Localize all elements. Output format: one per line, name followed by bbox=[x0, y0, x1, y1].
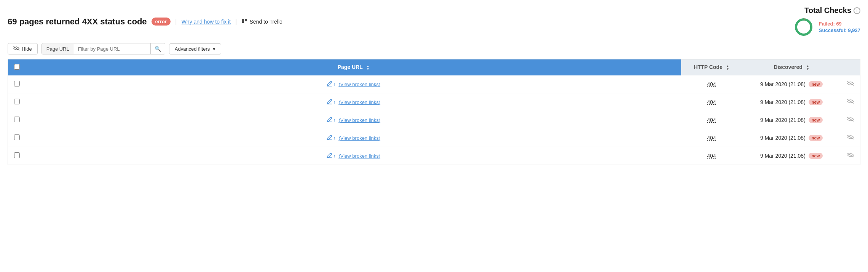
url-filter-input[interactable] bbox=[74, 44, 150, 54]
edit-icon-1[interactable] bbox=[327, 99, 332, 106]
row-actions-cell-1 bbox=[841, 93, 860, 111]
new-badge-3: new bbox=[809, 135, 823, 141]
row-checkbox-3[interactable] bbox=[14, 134, 20, 140]
header-actions bbox=[841, 59, 860, 76]
page-url-label: Page URL bbox=[338, 64, 363, 70]
table-row: ↑ (View broken links) 404 9 Mar 2020 (21… bbox=[8, 75, 860, 93]
discovered-value-0: 9 Mar 2020 (21:08) bbox=[760, 81, 806, 87]
row-checkbox-cell-1 bbox=[8, 93, 26, 111]
total-checks-header: Total Checks i bbox=[804, 6, 860, 15]
row-discovered-cell-0: 9 Mar 2020 (21:08) new bbox=[742, 75, 841, 93]
table-header-row: Page URL HTTP Code Discovered bbox=[8, 59, 860, 76]
discovered-value-2: 9 Mar 2020 (21:08) bbox=[760, 117, 806, 123]
new-badge-1: new bbox=[809, 99, 823, 105]
row-actions-cell-3 bbox=[841, 129, 860, 147]
view-broken-links-1[interactable]: (View broken links) bbox=[338, 99, 380, 105]
view-broken-links-0[interactable]: (View broken links) bbox=[338, 82, 380, 87]
header-row: 69 pages returned 4XX status code error … bbox=[8, 6, 860, 37]
results-table: Page URL HTTP Code Discovered bbox=[8, 59, 860, 165]
discovered-value-3: 9 Mar 2020 (21:08) bbox=[760, 135, 806, 141]
divider-2: | bbox=[235, 18, 237, 26]
header-discovered[interactable]: Discovered bbox=[742, 59, 841, 76]
hide-row-button-1[interactable] bbox=[847, 99, 854, 105]
filter-label: Page URL bbox=[42, 44, 74, 54]
divider-1: | bbox=[175, 18, 177, 26]
svg-point-2 bbox=[796, 19, 811, 35]
discovered-sort-icon[interactable] bbox=[806, 65, 809, 71]
info-icon[interactable]: i bbox=[854, 7, 860, 14]
view-broken-links-4[interactable]: (View broken links) bbox=[338, 153, 380, 159]
donut-chart bbox=[794, 17, 814, 37]
http-code-sort-icon[interactable] bbox=[726, 65, 729, 71]
table-row: ↑ (View broken links) 404 9 Mar 2020 (21… bbox=[8, 129, 860, 147]
row-discovered-cell-3: 9 Mar 2020 (21:08) new bbox=[742, 129, 841, 147]
hide-row-button-2[interactable] bbox=[847, 117, 854, 123]
header-page-url[interactable]: Page URL bbox=[26, 59, 681, 76]
hide-button[interactable]: Hide bbox=[8, 43, 38, 54]
row-url-cell-0: ↑ (View broken links) bbox=[26, 75, 681, 93]
fix-link[interactable]: Why and how to fix it bbox=[182, 19, 231, 25]
page-url-sort-icon[interactable] bbox=[366, 65, 369, 71]
hide-row-button-4[interactable] bbox=[847, 152, 854, 159]
new-badge-2: new bbox=[809, 117, 823, 123]
row-icons-1: ↑ bbox=[327, 99, 336, 106]
advanced-filters-button[interactable]: Advanced filters ▾ bbox=[169, 43, 222, 54]
failed-label: Failed: bbox=[819, 21, 835, 27]
successful-label: Successful: bbox=[819, 27, 847, 33]
edit-icon-0[interactable] bbox=[327, 81, 332, 88]
search-button[interactable]: 🔍 bbox=[150, 43, 165, 54]
chevron-down-icon: ▾ bbox=[213, 46, 215, 52]
table-row: ↑ (View broken links) 404 9 Mar 2020 (21… bbox=[8, 111, 860, 129]
hide-label: Hide bbox=[22, 46, 32, 52]
page-title: 69 pages returned 4XX status code bbox=[8, 17, 147, 27]
eye-slash-icon bbox=[13, 46, 19, 52]
header-http-code[interactable]: HTTP Code bbox=[681, 59, 742, 76]
hide-row-button-0[interactable] bbox=[847, 81, 854, 87]
trello-icon bbox=[241, 19, 247, 25]
row-checkbox-0[interactable] bbox=[14, 81, 20, 86]
view-broken-links-2[interactable]: (View broken links) bbox=[338, 117, 380, 123]
http-code-value-0: 404 bbox=[707, 81, 716, 87]
total-checks-widget: Total Checks i Failed: 69 bbox=[784, 6, 860, 37]
search-icon: 🔍 bbox=[155, 46, 161, 52]
row-icons-0: ↑ bbox=[327, 81, 336, 88]
svg-rect-1 bbox=[245, 19, 247, 21]
new-badge-4: new bbox=[809, 153, 823, 159]
page-wrapper: 69 pages returned 4XX status code error … bbox=[0, 0, 868, 171]
row-checkbox-cell-3 bbox=[8, 129, 26, 147]
row-url-cell-1: ↑ (View broken links) bbox=[26, 93, 681, 111]
http-code-value-2: 404 bbox=[707, 117, 716, 123]
row-checkbox-cell-4 bbox=[8, 147, 26, 165]
edit-icon-3[interactable] bbox=[327, 135, 332, 141]
table-row: ↑ (View broken links) 404 9 Mar 2020 (21… bbox=[8, 93, 860, 111]
row-actions-cell-2 bbox=[841, 111, 860, 129]
table-row: ↑ (View broken links) 404 9 Mar 2020 (21… bbox=[8, 147, 860, 165]
http-code-label: HTTP Code bbox=[694, 64, 722, 70]
successful-value: 9,927 bbox=[848, 27, 860, 33]
row-actions-cell-0 bbox=[841, 75, 860, 93]
total-checks-body: Failed: 69 Successful: 9,927 bbox=[794, 17, 860, 37]
error-badge: error bbox=[152, 18, 171, 26]
row-icons-2: ↑ bbox=[327, 117, 336, 123]
row-checkbox-4[interactable] bbox=[14, 152, 20, 158]
row-discovered-cell-4: 9 Mar 2020 (21:08) new bbox=[742, 147, 841, 165]
trello-button[interactable]: Send to Trello bbox=[241, 19, 282, 25]
row-url-cell-3: ↑ (View broken links) bbox=[26, 129, 681, 147]
successful-stat: Successful: 9,927 bbox=[819, 27, 860, 33]
view-broken-links-3[interactable]: (View broken links) bbox=[338, 135, 380, 141]
row-checkbox-2[interactable] bbox=[14, 117, 20, 122]
edit-icon-2[interactable] bbox=[327, 117, 332, 123]
hide-row-button-3[interactable] bbox=[847, 134, 854, 141]
svg-rect-0 bbox=[242, 19, 244, 23]
edit-icon-4[interactable] bbox=[327, 153, 332, 159]
trello-label: Send to Trello bbox=[249, 19, 282, 25]
total-checks-title: Total Checks bbox=[804, 6, 851, 15]
row-http-cell-1: 404 bbox=[681, 93, 742, 111]
select-all-checkbox[interactable] bbox=[14, 64, 20, 70]
row-checkbox-cell-2 bbox=[8, 111, 26, 129]
row-http-cell-0: 404 bbox=[681, 75, 742, 93]
http-code-value-3: 404 bbox=[707, 135, 716, 141]
http-code-value-1: 404 bbox=[707, 99, 716, 105]
failed-stat: Failed: 69 bbox=[819, 21, 860, 27]
row-checkbox-1[interactable] bbox=[14, 99, 20, 104]
